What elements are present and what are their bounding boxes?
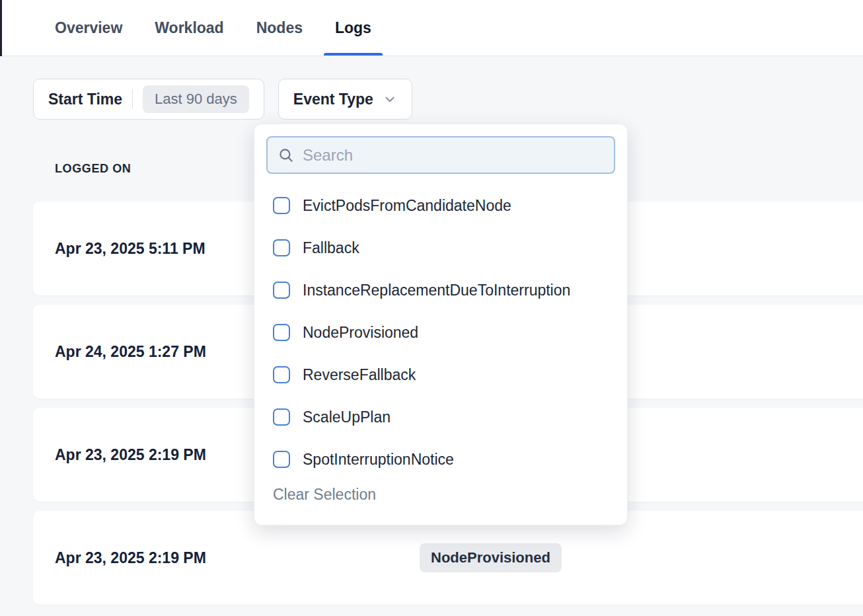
event-type-label: Event Type: [293, 91, 373, 108]
tab-workload[interactable]: Workload: [155, 0, 223, 56]
option-label: EvictPodsFromCandidateNode: [303, 197, 511, 215]
clear-selection-button[interactable]: Clear Selection: [266, 486, 615, 504]
option-label: InstanceReplacementDueToInterruption: [303, 282, 570, 299]
search-input[interactable]: [303, 146, 604, 165]
event-type-option[interactable]: InstanceReplacementDueToInterruption: [266, 269, 615, 311]
checkbox[interactable]: [273, 282, 290, 299]
checkbox[interactable]: [273, 324, 290, 341]
event-type-filter-button[interactable]: Event Type: [278, 79, 412, 120]
checkbox[interactable]: [273, 451, 290, 468]
option-label: NodeProvisioned: [303, 324, 418, 342]
checkbox[interactable]: [273, 197, 290, 214]
chevron-down-icon: [383, 92, 397, 106]
tab-nodes[interactable]: Nodes: [256, 0, 303, 56]
tab-label: Nodes: [256, 19, 303, 37]
tab-logs[interactable]: Logs: [335, 0, 371, 56]
start-time-filter-button[interactable]: Start Time Last 90 days: [33, 79, 264, 120]
logged-on-value: Apr 23, 2025 5:11 PM: [55, 240, 206, 258]
option-label: ScaleUpPlan: [303, 408, 391, 426]
option-label: SpotInterruptionNotice: [303, 451, 454, 469]
tab-overview[interactable]: Overview: [55, 0, 122, 56]
option-label: Fallback: [303, 239, 359, 257]
start-time-value: Last 90 days: [143, 85, 249, 113]
logs-page: Overview Workload Nodes Logs Start Time …: [0, 0, 863, 616]
logged-on-value: Apr 24, 2025 1:27 PM: [55, 343, 206, 361]
column-header-logged-on: LOGGED ON: [55, 162, 131, 176]
tab-label: Workload: [155, 19, 223, 37]
event-type-option[interactable]: NodeProvisioned: [266, 311, 615, 354]
dropdown-search: [266, 136, 615, 174]
start-time-label: Start Time: [48, 91, 122, 108]
event-type-option[interactable]: Fallback: [266, 227, 615, 269]
tab-label: Logs: [335, 19, 371, 37]
checkbox[interactable]: [273, 408, 290, 426]
logs-content: Start Time Last 90 days Event Type: [0, 56, 863, 616]
logged-on-value: Apr 23, 2025 2:19 PM: [55, 549, 206, 567]
tab-bar: Overview Workload Nodes Logs: [0, 0, 863, 56]
tab-label: Overview: [55, 19, 122, 37]
filter-bar: Start Time Last 90 days Event Type: [33, 79, 412, 120]
event-type-badge: NodeProvisioned: [420, 543, 562, 572]
filter-divider: [132, 89, 133, 109]
event-type-option[interactable]: ScaleUpPlan: [266, 396, 615, 438]
search-icon: [278, 147, 295, 164]
event-type-option[interactable]: ReverseFallback: [266, 354, 615, 396]
left-edge-divider: [0, 0, 2, 56]
logged-on-value: Apr 23, 2025 2:19 PM: [55, 446, 206, 464]
option-label: ReverseFallback: [303, 366, 416, 384]
event-type-dropdown: EvictPodsFromCandidateNode Fallback Inst…: [254, 124, 628, 525]
checkbox[interactable]: [273, 239, 290, 256]
event-type-option[interactable]: EvictPodsFromCandidateNode: [266, 184, 615, 227]
checkbox[interactable]: [273, 366, 290, 383]
event-type-options: EvictPodsFromCandidateNode Fallback Inst…: [266, 184, 615, 481]
event-type-option[interactable]: SpotInterruptionNotice: [266, 438, 615, 481]
